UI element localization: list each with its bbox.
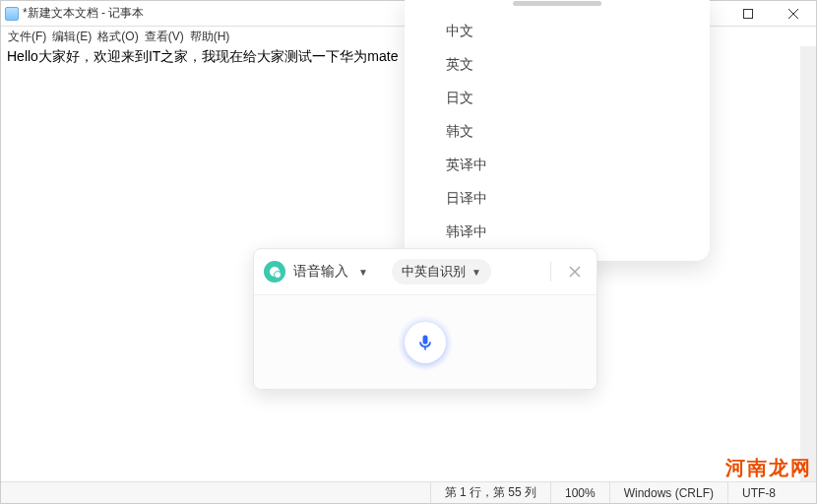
voice-input-panel: 语音输入 ▼ 中英自识别 ▼	[253, 248, 597, 390]
window-title: *新建文本文档 - 记事本	[23, 5, 144, 22]
language-selected-label: 中英自识别	[402, 263, 466, 281]
drag-handle-icon[interactable]	[513, 1, 601, 6]
menu-format[interactable]: 格式(O)	[96, 29, 139, 45]
status-cursor-position: 第 1 行，第 55 列	[430, 482, 550, 503]
lang-option-japanese[interactable]: 日文	[405, 82, 710, 115]
voice-panel-body	[254, 294, 597, 389]
menu-file[interactable]: 文件(F)	[7, 29, 47, 45]
status-eol: Windows (CRLF)	[609, 482, 727, 503]
voice-brand-icon[interactable]	[264, 261, 285, 283]
voice-mode-label: 语音输入	[293, 263, 348, 281]
status-zoom: 100%	[550, 482, 609, 503]
voice-panel-toolbar: 语音输入 ▼ 中英自识别 ▼	[254, 249, 597, 294]
title-left: *新建文本文档 - 记事本	[5, 5, 144, 22]
lang-option-english[interactable]: 英文	[405, 48, 710, 82]
close-window-button[interactable]	[771, 1, 816, 27]
lang-option-chinese[interactable]: 中文	[405, 15, 710, 48]
notepad-window: *新建文本文档 - 记事本 文件(F) 编辑(E) 格式(O) 查看(V) 帮助…	[0, 0, 817, 504]
chevron-down-icon[interactable]: ▼	[358, 267, 368, 278]
microphone-icon	[415, 333, 435, 352]
svg-rect-1	[744, 9, 753, 18]
lang-option-ja-to-zh[interactable]: 日译中	[405, 182, 710, 216]
statusbar: 第 1 行，第 55 列 100% Windows (CRLF) UTF-8	[1, 481, 816, 503]
vertical-divider	[550, 262, 551, 282]
microphone-button[interactable]	[405, 322, 446, 363]
text-before-ime: Hello大家好，欢迎来到IT之家，我现在给大家测试一下华为mate	[7, 48, 398, 64]
menu-help[interactable]: 帮助(H)	[189, 29, 231, 45]
maximize-button[interactable]	[725, 1, 771, 27]
language-menu-popup: 中文 英文 日文 韩文 英译中 日译中 韩译中	[405, 0, 710, 261]
lang-option-en-to-zh[interactable]: 英译中	[405, 149, 710, 182]
status-encoding: UTF-8	[727, 482, 816, 503]
menu-view[interactable]: 查看(V)	[144, 29, 185, 45]
close-voice-panel-button[interactable]	[563, 260, 587, 284]
notepad-app-icon	[5, 7, 19, 21]
lang-option-korean[interactable]: 韩文	[405, 115, 710, 149]
mic-halo	[398, 315, 453, 370]
language-selector-pill[interactable]: 中英自识别 ▼	[392, 259, 491, 284]
menu-edit[interactable]: 编辑(E)	[51, 29, 93, 45]
chevron-down-icon: ▼	[471, 267, 481, 278]
lang-option-ko-to-zh[interactable]: 韩译中	[405, 216, 710, 249]
